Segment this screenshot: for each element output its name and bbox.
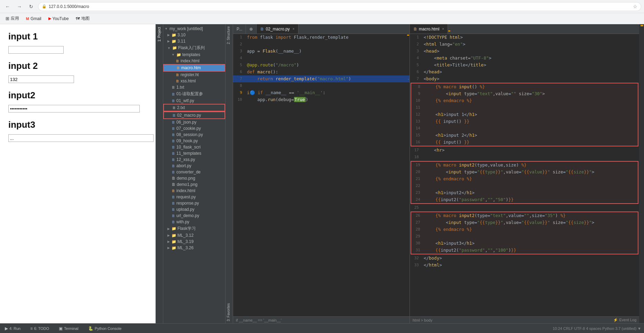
event-log-label[interactable]: ⚡ Event Log bbox=[613, 318, 636, 322]
tree-item-indexhtml[interactable]: 🗎 index.html bbox=[163, 58, 225, 64]
tree-item-indexhtml2[interactable]: 🗎 index.html bbox=[163, 188, 225, 194]
code-line: 5 @app.route("/macro") bbox=[233, 62, 410, 69]
input3-field[interactable] bbox=[8, 134, 154, 142]
tree-item-registerhtml[interactable]: 🗎 register.ht bbox=[163, 72, 225, 78]
tree-label-with: with.py bbox=[176, 219, 189, 224]
tree-item-ml319[interactable]: ▶ 📁 ML_3.19 bbox=[163, 238, 225, 245]
tree-item-11templates[interactable]: 🗎 11_templates bbox=[163, 150, 225, 156]
tree-item-1txt[interactable]: 🗎 1.txt bbox=[163, 84, 225, 90]
input2-field[interactable] bbox=[8, 75, 74, 83]
tree-item-08session[interactable]: 🗎 08_session.py bbox=[163, 132, 225, 138]
forward-button[interactable]: → bbox=[15, 2, 24, 11]
tree-item-demo1png[interactable]: 🗎 demo1.png bbox=[163, 181, 225, 188]
tab-macrohtml[interactable]: 🗎 macro.html × bbox=[410, 24, 448, 34]
browser-bar: ← → ↻ 🔒 127.0.0.1:5000/macro ☆ bbox=[0, 0, 644, 13]
tree-item-demopng[interactable]: 🗎 demo.png bbox=[163, 175, 225, 181]
tree-item-flaskstudy[interactable]: ▶ 📁 Flask学习 bbox=[163, 225, 225, 232]
file-icon-10flask: 🗎 bbox=[172, 145, 175, 149]
input1-field[interactable] bbox=[8, 46, 64, 54]
python-console-icon: 🐍 bbox=[88, 326, 93, 331]
html-tab-bar: 🗎 macro.html × bbox=[410, 24, 639, 34]
code-line: 5 <title>Title</title> bbox=[410, 62, 639, 69]
tree-item-06json[interactable]: 🗎 06_json.py bbox=[163, 119, 225, 125]
folder-icon-ml319: 📁 bbox=[172, 240, 176, 244]
terminal-icon: ▣ bbox=[59, 326, 63, 331]
bookmark-maps[interactable]: 🗺 地图 bbox=[73, 15, 92, 22]
tree-item-10flask[interactable]: 🗎 10_flask_scri bbox=[163, 144, 225, 150]
tree-label-demo1png: demo1.png bbox=[177, 182, 197, 187]
tree-item-flask-intro[interactable]: ▼ 📁 Flask入门系列 bbox=[163, 44, 225, 52]
tree-item-311[interactable]: ▶ 📁 3.11 bbox=[163, 38, 225, 44]
tree-item-xsshtml[interactable]: 🗎 xss.html bbox=[163, 78, 225, 84]
input1-label: input 1 bbox=[8, 31, 147, 42]
code-line: 24 {{input2("password","","50")}} bbox=[411, 196, 638, 203]
tree-item-ml312[interactable]: ▶ 📁 ML_3.12 bbox=[163, 232, 225, 238]
tree-item-ml326[interactable]: ▶ 📁 ML_3.26 bbox=[163, 245, 225, 251]
tree-label-flaskstudy: Flask学习 bbox=[177, 226, 196, 232]
tab-p[interactable]: P... bbox=[233, 24, 246, 34]
tree-item-2txt[interactable]: 🗎 2.txt bbox=[163, 104, 225, 111]
tree-label-demopng: demo.png bbox=[177, 176, 195, 181]
reload-button[interactable]: ↻ bbox=[26, 2, 36, 11]
tree-label-310: 3.10 bbox=[177, 33, 185, 37]
tree-label-ml312: ML_3.12 bbox=[177, 233, 194, 238]
tree-item-01config[interactable]: 🗎 01-读取配置参 bbox=[163, 90, 225, 98]
tree-item-converter[interactable]: 🗎 converter_de bbox=[163, 169, 225, 175]
tree-label-templates: templates bbox=[182, 52, 200, 57]
bookmark-apps[interactable]: ⊞ 应用 bbox=[3, 15, 22, 22]
code-line: 30 <h1>input3</h1> bbox=[411, 240, 638, 247]
terminal-toolbar-item[interactable]: ▣ Terminal bbox=[57, 325, 81, 332]
structure-tab[interactable]: 2: Structure bbox=[226, 24, 233, 46]
run-toolbar-item[interactable]: ▶ 4: Run bbox=[3, 325, 22, 332]
url-text: 127.0.0.1:5000/macro bbox=[49, 4, 89, 9]
tree-item-upload[interactable]: 🗎 upload.py bbox=[163, 206, 225, 213]
chevron-ml326: ▶ bbox=[167, 246, 170, 250]
tab-02macro[interactable]: 🗎 02_macro.py × bbox=[257, 24, 298, 34]
todo-toolbar-item[interactable]: ≡ 6: TODO bbox=[28, 325, 51, 332]
tab-02macro-close[interactable]: × bbox=[293, 27, 295, 31]
tree-item-01wtf[interactable]: 🗎 01_wtf.py bbox=[163, 98, 225, 104]
tree-label-06json: 06_json.py bbox=[176, 120, 196, 125]
project-tab[interactable]: 1: Project bbox=[156, 24, 162, 44]
tree-item-09hook[interactable]: 🗎 09_hook.py bbox=[163, 138, 225, 144]
tree-item-07cookie[interactable]: 🗎 07_cookie.py bbox=[163, 125, 225, 132]
back-button[interactable]: ← bbox=[3, 2, 12, 11]
bottom-toolbar: ▶ 4: Run ≡ 6: TODO ▣ Terminal 🐍 Python C… bbox=[0, 323, 644, 333]
tree-label-response: response.py bbox=[176, 201, 199, 206]
html-panel: 🗎 macro.html × 1 <!DOCTYPE html> bbox=[410, 24, 639, 323]
tree-item-macrohtml[interactable]: 🗎 macro.htm bbox=[163, 64, 225, 72]
tree-item-with[interactable]: 🗎 with.py bbox=[163, 219, 225, 225]
tree-item-310[interactable]: ▶ 📁 3.10 bbox=[163, 32, 225, 38]
code-line: 26 {% macro input2(type="text",value="",… bbox=[411, 212, 638, 219]
file-icon-08session: 🗎 bbox=[172, 133, 175, 137]
tree-label-urldemo: url_demo.py bbox=[176, 213, 199, 218]
tree-item-12xss[interactable]: 🗎 12_xss.py bbox=[163, 156, 225, 163]
html-code-content[interactable]: 1 <!DOCTYPE html> 2 <html lang="en"> 3 <… bbox=[410, 34, 639, 316]
python-code-content[interactable]: 1 from flask import Flask,render_templat… bbox=[233, 34, 410, 316]
bookmark-gmail[interactable]: M Gmail bbox=[23, 15, 44, 22]
tab-macrohtml-close[interactable]: × bbox=[442, 27, 444, 31]
input2b-field[interactable] bbox=[8, 105, 140, 112]
tree-root[interactable]: ▼ my_work [untitled] bbox=[163, 26, 225, 32]
tree-item-response[interactable]: 🗎 response.py bbox=[163, 200, 225, 206]
tree-label-09hook: 09_hook.py bbox=[176, 138, 198, 143]
tree-item-templates[interactable]: ▼ 📁 templates bbox=[163, 52, 225, 58]
code-line: 2 bbox=[233, 41, 410, 48]
tree-item-urldemo[interactable]: 🗎 url_demo.py bbox=[163, 213, 225, 219]
highlight-box-1: 8 {% macro input() %} 9 <input type="tex… bbox=[411, 83, 638, 146]
tree-item-02macro[interactable]: 🗎 02_macro.py bbox=[163, 111, 225, 119]
root-chevron: ▼ bbox=[165, 27, 168, 30]
bookmark-star[interactable]: ☆ bbox=[633, 4, 637, 9]
python-console-toolbar-item[interactable]: 🐍 Python Console bbox=[86, 325, 124, 332]
run-label: 4: Run bbox=[9, 326, 20, 331]
input2b-section: input2 bbox=[8, 90, 147, 112]
address-bar[interactable]: 🔒 127.0.0.1:5000/macro ☆ bbox=[38, 2, 641, 11]
tree-label-converter: converter_de bbox=[176, 170, 201, 174]
file-icon-response: 🗎 bbox=[172, 201, 175, 205]
favorites-tab[interactable]: 3: Favorites bbox=[226, 301, 233, 323]
tree-item-request[interactable]: 🗎 request.py bbox=[163, 194, 225, 200]
input3-label: input3 bbox=[8, 119, 147, 130]
tree-item-abort[interactable]: 🗎 abort.py bbox=[163, 163, 225, 169]
bookmark-youtube[interactable]: ▶ YouTube bbox=[46, 15, 72, 22]
tab-add[interactable]: ⊕ bbox=[246, 24, 257, 34]
